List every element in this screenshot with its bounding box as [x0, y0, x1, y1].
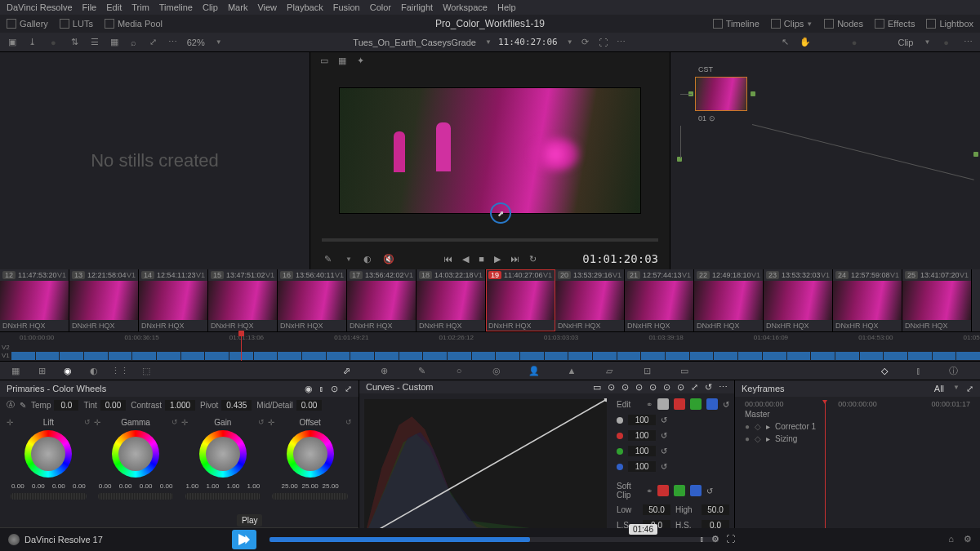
- fullscreen-icon[interactable]: ⛶: [726, 534, 735, 544]
- timeline-clip[interactable]: [593, 352, 617, 360]
- contrast-field[interactable]: Contrast1.000: [131, 400, 195, 411]
- picker-icon[interactable]: ✛: [94, 418, 100, 427]
- wheel-indicator[interactable]: [308, 452, 312, 456]
- play-icon[interactable]: ▶: [494, 254, 501, 264]
- timeline-clip[interactable]: [181, 352, 205, 360]
- channel-b-button[interactable]: [706, 398, 718, 410]
- color-match-icon[interactable]: ⊞: [34, 363, 49, 378]
- play-button[interactable]: [232, 530, 256, 549]
- menu-item[interactable]: Clip: [203, 2, 218, 12]
- reset-icon[interactable]: ↺: [172, 418, 178, 426]
- auto-icon[interactable]: Ⓐ: [7, 399, 15, 411]
- timeline-clip[interactable]: [545, 352, 568, 360]
- effects-toggle[interactable]: Effects: [875, 19, 915, 29]
- graph-output[interactable]: [973, 152, 978, 157]
- wheel-values[interactable]: 25.0025.0025.00: [281, 482, 340, 490]
- color-wheels-icon[interactable]: ◉: [60, 363, 75, 378]
- more-icon[interactable]: ⋯: [616, 37, 627, 48]
- ym-slider[interactable]: [185, 493, 261, 500]
- color-wheel[interactable]: [24, 430, 72, 478]
- curve-graph[interactable]: [364, 398, 607, 539]
- fullscreen-icon[interactable]: ⛶: [598, 37, 609, 48]
- hue-sat-icon[interactable]: ⊙: [621, 382, 629, 393]
- pointer-icon[interactable]: ↖: [780, 37, 791, 48]
- export-icon[interactable]: ⤓: [26, 37, 38, 48]
- color-wheel[interactable]: [112, 430, 159, 478]
- single-view-icon[interactable]: ▭: [318, 55, 330, 66]
- intensity-g[interactable]: 100: [628, 446, 656, 456]
- sc-r-button[interactable]: [657, 485, 669, 496]
- stop-icon[interactable]: ■: [479, 254, 484, 264]
- color-wheel[interactable]: [287, 430, 334, 478]
- wheel-values[interactable]: 0.000.000.000.00: [96, 482, 176, 490]
- timeline-clip[interactable]: [617, 352, 641, 360]
- timeline-clip[interactable]: [641, 352, 665, 360]
- disclosure-icon[interactable]: ●: [745, 434, 750, 443]
- gallery-toggle[interactable]: Gallery: [7, 19, 48, 29]
- hdr-icon[interactable]: ◐: [87, 363, 101, 378]
- clip-thumbnail[interactable]: 1814:03:22:18V1DNxHR HQX: [416, 269, 486, 331]
- viewer-scrubber[interactable]: [322, 238, 658, 242]
- timeline-clip[interactable]: [36, 352, 60, 360]
- menu-item[interactable]: Trim: [131, 2, 149, 12]
- lightbox-toggle[interactable]: Lightbox: [926, 19, 973, 29]
- timeline-clip[interactable]: [860, 352, 884, 360]
- timeline-clip[interactable]: [11, 352, 35, 360]
- mini-timeline[interactable]: 01:00:00:0001:00:36:1501:01:13:0601:01:4…: [0, 331, 980, 361]
- menu-item[interactable]: Fusion: [333, 2, 360, 12]
- menu-item[interactable]: Color: [370, 2, 391, 12]
- hue-lum-icon[interactable]: ⊙: [635, 382, 643, 393]
- timeline-clip[interactable]: [787, 352, 811, 360]
- link-icon[interactable]: ⚭: [646, 400, 653, 409]
- node-graph[interactable]: CST 01 ⊙: [670, 52, 980, 269]
- timeline-clip[interactable]: [278, 352, 301, 360]
- blur-icon[interactable]: ▲: [564, 363, 579, 378]
- timeline-clip[interactable]: [496, 352, 519, 360]
- timeline-clip[interactable]: [472, 352, 496, 360]
- scope-label[interactable]: Clip: [898, 38, 913, 47]
- more-icon[interactable]: ⋯: [962, 37, 973, 48]
- qualifier-icon[interactable]: ✎: [414, 363, 429, 378]
- wheel-values[interactable]: 0.000.000.000.00: [9, 482, 88, 490]
- reset-icon[interactable]: ↺: [258, 418, 265, 426]
- more-icon[interactable]: ⋯: [719, 382, 728, 393]
- clips-toggle[interactable]: Clips▼: [771, 19, 813, 29]
- expand-icon[interactable]: ⤢: [966, 384, 973, 394]
- clip-thumbnail[interactable]: 2212:49:18:10V1DNxHR HQX: [694, 269, 764, 331]
- warper-icon[interactable]: ⊕: [376, 363, 391, 378]
- info-icon[interactable]: ⓘ: [946, 363, 960, 378]
- slider-dot[interactable]: ●: [943, 38, 949, 47]
- motion-icon[interactable]: ⬚: [139, 363, 154, 378]
- clip-thumbnail[interactable]: 1412:54:11:23V1DNxHR HQX: [139, 269, 208, 331]
- refresh-icon[interactable]: ⟳: [580, 37, 591, 48]
- 3d-icon[interactable]: ▭: [677, 363, 692, 378]
- clip-thumbnail[interactable]: 1613:56:40:11V1DNxHR HQX: [278, 269, 347, 331]
- clip-thumbnail[interactable]: 1312:21:58:04V1DNxHR HQX: [69, 269, 139, 331]
- sc-g-button[interactable]: [674, 485, 685, 496]
- slider-dot[interactable]: ●: [852, 38, 858, 47]
- next-clip-icon[interactable]: ⏭: [510, 254, 519, 264]
- curves-icon[interactable]: ⬀: [339, 363, 354, 378]
- scopes-icon[interactable]: ⫿: [911, 363, 926, 378]
- channel-r-button[interactable]: [674, 398, 685, 410]
- menu-item[interactable]: Playback: [287, 2, 323, 12]
- timeline-clip[interactable]: [763, 352, 786, 360]
- viewer-image[interactable]: ⬈: [310, 69, 670, 232]
- timeline-clip[interactable]: [520, 352, 544, 360]
- log-mode-icon[interactable]: ⊙: [331, 384, 338, 394]
- disclosure-icon[interactable]: ●: [745, 422, 750, 431]
- sc-b-button[interactable]: [690, 485, 702, 496]
- rgb-mixer-icon[interactable]: ⋮⋮: [113, 363, 127, 378]
- sat-sat-icon[interactable]: ⊙: [663, 382, 670, 393]
- kf-sizing-row[interactable]: ●◇▸Sizing: [738, 433, 977, 445]
- timeline-clip[interactable]: [109, 352, 132, 360]
- expand-icon[interactable]: ⤢: [148, 37, 159, 48]
- qualifier-picker-icon[interactable]: ⬈: [490, 202, 511, 224]
- timeline-clip[interactable]: [302, 352, 326, 360]
- bars-mode-icon[interactable]: ⫾: [319, 384, 324, 394]
- menu-item[interactable]: View: [257, 2, 277, 12]
- picker-icon[interactable]: ✛: [181, 418, 188, 427]
- mute-icon[interactable]: 🔇: [383, 253, 394, 264]
- expand-icon[interactable]: ⤢: [345, 384, 352, 394]
- clip-thumbnail[interactable]: 1513:47:51:02V1DNxHR HQX: [208, 269, 278, 331]
